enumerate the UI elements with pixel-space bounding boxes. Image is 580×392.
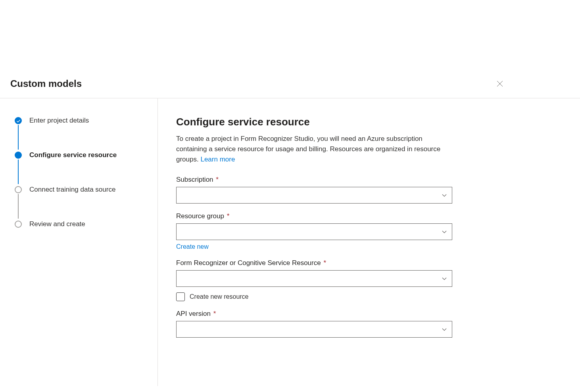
required-mark: * (211, 310, 216, 317)
create-new-resource-checkbox-label: Create new resource (190, 293, 249, 300)
chevron-down-icon (442, 276, 447, 281)
api-version-dropdown[interactable] (176, 321, 452, 338)
service-resource-dropdown[interactable] (176, 270, 452, 287)
step-review-and-create[interactable]: Review and create (14, 219, 147, 229)
panel-heading: Configure service resource (176, 116, 562, 128)
step-active-icon (15, 152, 22, 159)
api-version-label: API version * (176, 310, 452, 318)
subscription-field: Subscription * (176, 176, 452, 204)
step-label: Enter project details (29, 116, 89, 125)
chevron-down-icon (442, 327, 447, 332)
service-resource-field: Form Recognizer or Cognitive Service Res… (176, 259, 452, 301)
chevron-down-icon (442, 229, 447, 234)
required-mark: * (322, 259, 326, 267)
resource-group-dropdown[interactable] (176, 223, 452, 240)
create-new-resource-group-link[interactable]: Create new (176, 243, 209, 250)
step-connector (18, 159, 19, 184)
step-connect-training-data-source[interactable]: Connect training data source (14, 185, 147, 219)
subscription-label: Subscription * (176, 176, 452, 184)
api-version-field: API version * (176, 310, 452, 338)
step-enter-project-details[interactable]: Enter project details (14, 116, 147, 150)
step-completed-icon (15, 117, 22, 124)
close-icon (497, 81, 503, 87)
wizard-steps-sidebar: Enter project details Configure service … (0, 98, 158, 386)
close-button[interactable] (494, 77, 506, 90)
panel-description: To create a project in Form Recognizer S… (176, 134, 454, 165)
service-resource-label: Form Recognizer or Cognitive Service Res… (176, 259, 452, 267)
chevron-down-icon (442, 192, 447, 198)
resource-group-field: Resource group * Create new (176, 212, 452, 250)
step-inactive-icon (15, 221, 22, 228)
step-label: Review and create (29, 219, 85, 229)
header-bar: Custom models (0, 77, 580, 98)
learn-more-link[interactable]: Learn more (200, 156, 235, 163)
resource-group-label: Resource group * (176, 212, 452, 220)
create-new-resource-row: Create new resource (176, 292, 452, 301)
main-panel: Configure service resource To create a p… (158, 98, 580, 386)
page-title: Custom models (10, 78, 82, 89)
step-label: Configure service resource (29, 150, 117, 160)
required-mark: * (214, 176, 219, 183)
step-label: Connect training data source (29, 185, 115, 194)
step-configure-service-resource[interactable]: Configure service resource (14, 150, 147, 185)
step-connector (18, 125, 19, 150)
subscription-dropdown[interactable] (176, 187, 452, 204)
step-inactive-icon (15, 186, 22, 193)
create-new-resource-checkbox[interactable] (176, 292, 185, 301)
required-mark: * (225, 212, 229, 220)
step-connector (18, 194, 19, 219)
